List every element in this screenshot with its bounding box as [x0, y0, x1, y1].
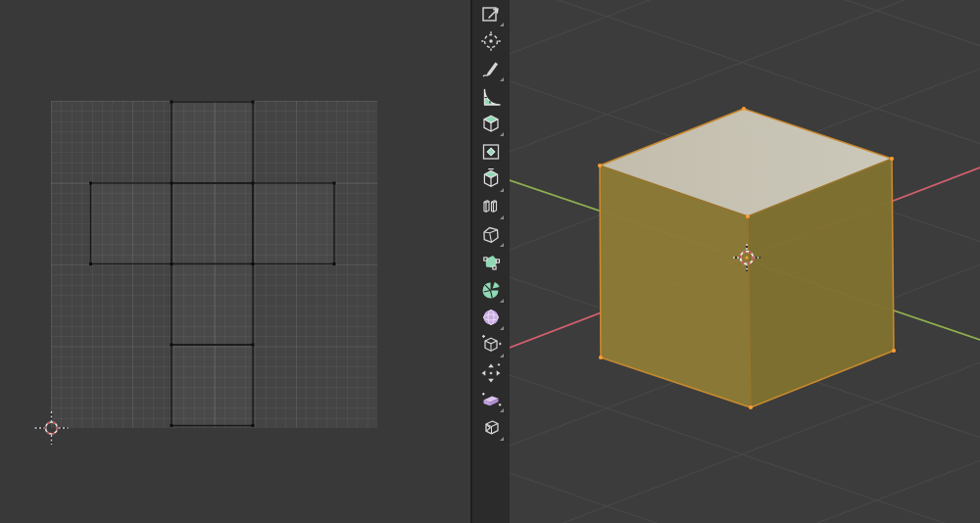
tool-loop-cut[interactable]	[477, 194, 505, 220]
subtool-corner-mark	[500, 215, 504, 219]
viewport-3d[interactable]	[510, 0, 980, 523]
tool-rip-region[interactable]	[477, 415, 505, 442]
tool-bevel[interactable]	[477, 221, 505, 248]
tool-smooth[interactable]	[477, 305, 505, 331]
tool-inset-faces[interactable]	[477, 139, 505, 166]
subtool-corner-mark	[500, 354, 504, 357]
tool-measure[interactable]	[477, 83, 505, 110]
tool-extrude-region[interactable]	[477, 166, 505, 193]
uv-cursor-2d[interactable]	[35, 411, 69, 445]
tool-annotate[interactable]	[477, 56, 505, 82]
uv-overlay	[51, 101, 377, 428]
measure-icon	[479, 85, 503, 109]
inset-faces-icon	[479, 140, 503, 164]
subtool-corner-mark	[500, 77, 504, 81]
tool-cursor[interactable]	[477, 28, 505, 55]
subtool-corner-mark	[500, 243, 504, 247]
poly-build-icon	[479, 251, 503, 274]
cursor-icon	[479, 29, 503, 53]
viewport-overlay	[510, 0, 980, 523]
tool-poly-build[interactable]	[477, 249, 505, 275]
tool-shear[interactable]	[477, 387, 505, 413]
subtool-corner-mark	[500, 326, 504, 330]
tool-shrink-fatten[interactable]	[477, 359, 505, 386]
subtool-corner-mark	[500, 132, 504, 136]
tool-edge-slide[interactable]	[477, 332, 505, 358]
uv-island	[89, 101, 336, 428]
subtool-corner-mark	[500, 23, 504, 26]
subtool-corner-mark	[500, 408, 504, 412]
tool-select-box[interactable]	[477, 1, 505, 27]
subtool-corner-mark	[500, 437, 504, 441]
toolbar	[472, 0, 510, 523]
tool-add-cube[interactable]	[477, 111, 505, 137]
blender-window	[0, 0, 980, 523]
subtool-corner-mark	[500, 188, 504, 192]
uv-editor[interactable]	[0, 0, 470, 523]
tool-spin[interactable]	[477, 277, 505, 304]
shrink-fatten-icon	[479, 361, 503, 385]
subtool-corner-mark	[500, 299, 504, 303]
